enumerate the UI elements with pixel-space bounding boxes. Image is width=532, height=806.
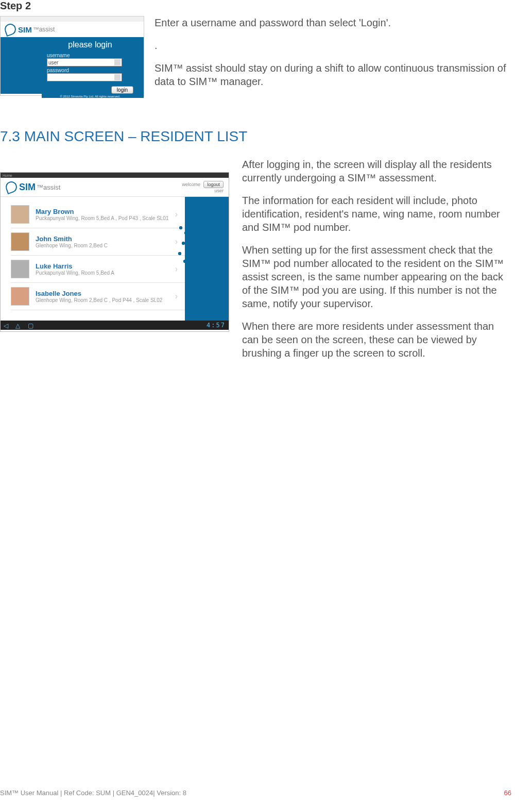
step2-p2: . <box>155 39 511 52</box>
login-topbar <box>1 16 144 22</box>
step2-p1: Enter a username and password than selec… <box>155 16 511 29</box>
header-right: welcome logout user <box>182 181 224 193</box>
s73-p2: The information for each resident will i… <box>242 194 511 234</box>
list-item[interactable]: John Smith Glenhope Wing, Room 2,Bed C › <box>11 228 185 256</box>
resident-name: John Smith <box>36 235 175 243</box>
username-value: user <box>48 60 58 65</box>
nav-back-icon[interactable]: ◁ <box>4 322 8 329</box>
username-label: username <box>47 53 133 58</box>
sim-assist-logo: SIM ™assist <box>6 181 60 193</box>
page-footer: SIM™ User Manual | Ref Code: SUM | GEN4_… <box>0 789 511 797</box>
user-icon <box>114 59 121 65</box>
resident-side-panel <box>185 197 229 321</box>
sim-logo-text: SIM <box>18 25 32 34</box>
resident-list[interactable]: Mary Brown Puckapunyal Wing, Room 5,Bed … <box>1 197 185 321</box>
resident-list-screenshot: Home SIM ™assist welcome logout user <box>0 172 229 332</box>
resident-name: Mary Brown <box>36 208 175 215</box>
s73-p1: After logging in, the screen will displa… <box>242 158 511 184</box>
nav-home-icon[interactable]: △ <box>15 322 20 329</box>
chevron-right-icon: › <box>175 210 181 219</box>
step2-p3: SIM™ assist should stay on during a shif… <box>155 61 511 88</box>
password-input[interactable] <box>47 73 122 81</box>
resident-detail: Puckapunyal Wing, Room 5,Bed A <box>36 270 175 276</box>
welcome-user: user <box>182 188 224 193</box>
list-item[interactable]: Mary Brown Puckapunyal Wing, Room 5,Bed … <box>11 201 185 228</box>
sim-logo-icon <box>4 180 19 194</box>
footer-left: SIM™ User Manual | Ref Code: SUM | GEN4_… <box>0 789 186 797</box>
lock-icon <box>114 74 121 80</box>
status-left: Home <box>3 174 12 177</box>
tablet-statusbar: Home <box>1 173 229 178</box>
list-item[interactable]: Isabelle Jones Glenhope Wing, Room 2,Bed… <box>11 283 185 310</box>
section-7-3-text: After logging in, the screen will displa… <box>242 158 511 369</box>
step-2-row: SIM ™assist please login username user p… <box>0 16 511 97</box>
resident-header: SIM ™assist welcome logout user <box>1 178 229 197</box>
section-7-3-row: Home SIM ™assist welcome logout user <box>0 158 511 369</box>
sim-logo-icon <box>3 22 18 37</box>
s73-p4: When there are more residents under asse… <box>242 320 511 360</box>
avatar <box>11 287 29 306</box>
s73-p3: When setting up for the first assessment… <box>242 243 511 310</box>
page-number: 66 <box>504 789 511 797</box>
sim-logo-text: SIM <box>19 182 36 193</box>
login-button[interactable]: login <box>111 86 133 94</box>
logout-button[interactable]: logout <box>203 181 224 188</box>
username-input[interactable]: user <box>47 58 122 66</box>
welcome-label: welcome <box>182 182 200 187</box>
avatar <box>11 260 29 278</box>
login-panel: please login username user password logi… <box>1 37 144 94</box>
resident-body: Mary Brown Puckapunyal Wing, Room 5,Bed … <box>1 197 229 321</box>
resident-detail: Glenhope Wing, Room 2,Bed C , Pod P44 , … <box>36 297 175 303</box>
resident-detail: Glenhope Wing, Room 2,Bed C <box>36 243 175 248</box>
tablet-clock: 4:57 <box>207 322 226 329</box>
sim-logo-sub: ™assist <box>37 183 60 191</box>
resident-name: Isabelle Jones <box>36 290 175 297</box>
avatar <box>11 232 29 251</box>
section-7-3-heading: 7.3 MAIN SCREEN – RESIDENT LIST <box>0 128 511 145</box>
sim-assist-logo: SIM ™assist <box>1 22 144 37</box>
login-copyright: © 2012 Simavita Pty Ltd. All rights rese… <box>47 95 133 98</box>
avatar <box>11 205 29 224</box>
resident-detail: Puckapunyal Wing, Room 5,Bed A , Pod P43… <box>36 215 175 221</box>
sim-logo-sub: ™assist <box>33 26 55 33</box>
please-login-label: please login <box>47 39 133 52</box>
chevron-right-icon: › <box>175 292 181 301</box>
login-screenshot: SIM ™assist please login username user p… <box>0 16 144 96</box>
tablet-navbar: ◁ △ ▢ 4:57 <box>1 321 229 330</box>
step-2-heading: Step 2 <box>0 0 511 12</box>
dots-decoration-icon <box>176 223 201 284</box>
nav-recent-icon[interactable]: ▢ <box>28 322 33 329</box>
step-2-text: Enter a username and password than selec… <box>155 16 511 97</box>
list-item[interactable]: Luke Harris Puckapunyal Wing, Room 5,Bed… <box>11 256 185 283</box>
password-label: password <box>47 68 133 73</box>
resident-name: Luke Harris <box>36 262 175 270</box>
